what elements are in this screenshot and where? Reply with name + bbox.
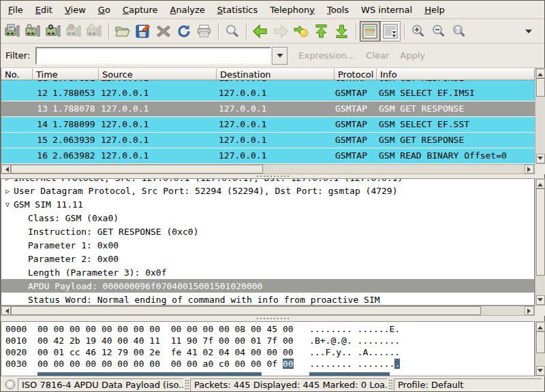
menu-ws-internal[interactable]: WS internal — [355, 2, 418, 18]
colorize-toggle-icon[interactable] — [360, 21, 380, 42]
hex-row[interactable]: 0000 00 00 00 00 00 00 00 00 00 00 00 00… — [5, 324, 534, 336]
filter-label[interactable]: Filter: — [5, 50, 30, 61]
detail-line-status-word[interactable]: Status Word: Normal ending of command wi… — [1, 293, 534, 306]
interface-list-icon[interactable] — [3, 21, 23, 42]
toolbar-overflow-caret-icon[interactable] — [522, 24, 535, 38]
open-file-icon[interactable] — [112, 21, 133, 42]
reload-icon[interactable] — [174, 21, 194, 42]
zoom-in-icon[interactable] — [408, 21, 429, 42]
scroll-up-button[interactable] — [536, 179, 545, 189]
expander-expanded-icon[interactable]: ▽ — [1, 201, 14, 208]
scroll-left-button[interactable] — [1, 306, 11, 315]
partial-detail-line[interactable]: ▷Internet Protocol, Src: 127.0.0.1 (127.… — [1, 179, 534, 184]
details-vscrollbar[interactable] — [535, 178, 545, 306]
column-header-protocol[interactable]: Protocol — [334, 68, 377, 80]
partial-packet-row[interactable]: 11 1.787851 127.0.0.1 127.0.0.1 GSMTAP G… — [1, 80, 535, 86]
save-file-icon[interactable] — [133, 21, 153, 42]
scroll-right-button[interactable] — [525, 306, 534, 315]
menu-capture[interactable]: Capture — [116, 2, 164, 18]
detail-line-instruction[interactable]: Instruction: GET RESPONSE (0xc0) — [1, 225, 534, 238]
detail-line-parameter-2[interactable]: Parameter 2: 0x00 — [1, 252, 534, 265]
detail-line-gsm-sim[interactable]: ▽GSM SIM 11.11 — [1, 197, 534, 211]
scroll-down-button[interactable] — [536, 366, 545, 376]
hex-row[interactable]: 0020 00 01 cc 46 12 79 00 2e fe 41 02 04… — [5, 347, 534, 359]
scrollbar-thumb[interactable] — [536, 78, 545, 97]
menu-view[interactable]: View — [59, 2, 92, 18]
menu-file[interactable]: File — [2, 2, 29, 18]
menu-analyze[interactable]: Analyze — [164, 2, 211, 18]
triangle-up-icon — [538, 323, 543, 329]
capture-start-icon[interactable] — [44, 21, 64, 42]
zoom-out-icon[interactable] — [429, 21, 449, 42]
selected-field-ascii-sliver — [309, 372, 389, 376]
filter-input[interactable] — [35, 47, 271, 65]
statusbar-grip-icon[interactable] — [388, 379, 393, 390]
scrollbar-thumb[interactable] — [536, 189, 545, 276]
hex-row[interactable]: 0030 00 00 00 00 00 00 00 00 00 00 a0 c0… — [5, 359, 534, 370]
triangle-left-icon — [3, 167, 9, 172]
menu-statistics[interactable]: Statistics — [211, 2, 264, 18]
go-to-top-icon[interactable] — [311, 21, 332, 42]
scrollbar-thumb[interactable] — [11, 306, 481, 315]
packet-list-hscrollbar[interactable] — [1, 164, 535, 174]
expander-icon[interactable]: ▷ — [1, 179, 14, 182]
clear-button[interactable]: Clear — [366, 50, 389, 61]
menu-help[interactable]: Help — [418, 2, 451, 18]
column-header-no[interactable]: No. — [1, 68, 33, 80]
statusbar-grip-icon[interactable] — [185, 379, 189, 390]
packet-row-selected[interactable]: 13 1.788078 127.0.0.1 127.0.0.1 GSMTAP G… — [1, 101, 535, 117]
detail-line-udp[interactable]: ▷User Datagram Protocol, Src Port: 52294… — [1, 184, 534, 197]
menu-telephony[interactable]: Telephony — [264, 2, 321, 18]
hex-dump[interactable]: 0000 00 00 00 00 00 00 00 00 00 00 00 00… — [1, 321, 535, 376]
status-profile[interactable]: Profile: Default — [394, 378, 542, 391]
column-header-time[interactable]: Time — [33, 68, 99, 80]
scroll-up-button[interactable] — [536, 69, 545, 78]
packet-list-vscrollbar[interactable] — [535, 68, 545, 164]
detail-line-apdu-payload-selected[interactable]: APDU Payload: 000000096f0704001500150102… — [1, 279, 534, 293]
go-to-bottom-icon[interactable] — [332, 21, 352, 42]
capture-restart-icon[interactable] — [84, 21, 105, 42]
close-file-icon[interactable] — [153, 21, 174, 42]
detail-line-parameter-1[interactable]: Parameter 1: 0x00 — [1, 238, 534, 252]
capture-stop-icon[interactable] — [64, 21, 84, 42]
expression-button[interactable]: Expression... — [298, 50, 355, 61]
find-packet-icon[interactable] — [222, 21, 243, 42]
details-hscrollbar[interactable] — [1, 306, 535, 316]
column-header-info[interactable]: Info — [377, 68, 535, 80]
capture-options-icon[interactable] — [23, 21, 44, 42]
triangle-up-icon — [538, 70, 543, 76]
zoom-100-icon[interactable]: 1:1 — [449, 21, 469, 42]
go-forward-icon[interactable] — [270, 21, 291, 42]
scroll-down-button[interactable] — [536, 295, 545, 305]
filter-dropdown-button[interactable] — [272, 47, 287, 65]
menu-edit[interactable]: Edit — [29, 2, 59, 18]
scrollbar-thumb[interactable] — [536, 331, 545, 353]
expert-info-icon[interactable] — [5, 380, 15, 389]
packet-row[interactable]: 15 2.063939 127.0.0.1 127.0.0.1 GSMTAP G… — [1, 133, 535, 148]
scrollbar-thumb[interactable] — [11, 165, 263, 174]
scroll-up-button[interactable] — [536, 322, 545, 331]
svg-text:1:1: 1:1 — [454, 27, 461, 31]
menu-go[interactable]: Go — [92, 2, 116, 18]
go-back-icon[interactable] — [250, 21, 270, 42]
detail-line-length[interactable]: Length (Parameter 3): 0x0f — [1, 265, 534, 279]
expander-collapsed-icon[interactable]: ▷ — [1, 187, 14, 195]
pane-splitter[interactable] — [1, 316, 544, 321]
scroll-down-button[interactable] — [536, 154, 545, 163]
apply-button[interactable]: Apply — [400, 50, 425, 61]
menu-tools[interactable]: Tools — [321, 2, 355, 18]
print-icon[interactable] — [194, 21, 215, 42]
column-header-destination[interactable]: Destination — [217, 68, 334, 80]
detail-line-class[interactable]: Class: GSM (0xa0) — [1, 211, 534, 225]
triangle-left-icon — [3, 308, 9, 314]
column-header-source[interactable]: Source — [99, 68, 217, 80]
packet-row[interactable]: 16 2.063982 127.0.0.1 127.0.0.1 GSMTAP G… — [1, 148, 535, 164]
packet-row[interactable]: 12 1.788053 127.0.0.1 127.0.0.1 GSMTAP G… — [1, 86, 535, 101]
scroll-left-button[interactable] — [1, 165, 11, 174]
packet-row[interactable]: 14 1.788099 127.0.0.1 127.0.0.1 GSMTAP G… — [1, 117, 535, 133]
scroll-right-button[interactable] — [525, 165, 534, 174]
autoscroll-toggle-icon[interactable] — [380, 21, 401, 42]
go-to-packet-icon[interactable] — [291, 21, 311, 42]
hex-vscrollbar[interactable] — [535, 321, 545, 376]
hex-row[interactable]: 0010 00 42 2b 19 40 00 40 11 11 90 7f 00… — [5, 336, 534, 347]
